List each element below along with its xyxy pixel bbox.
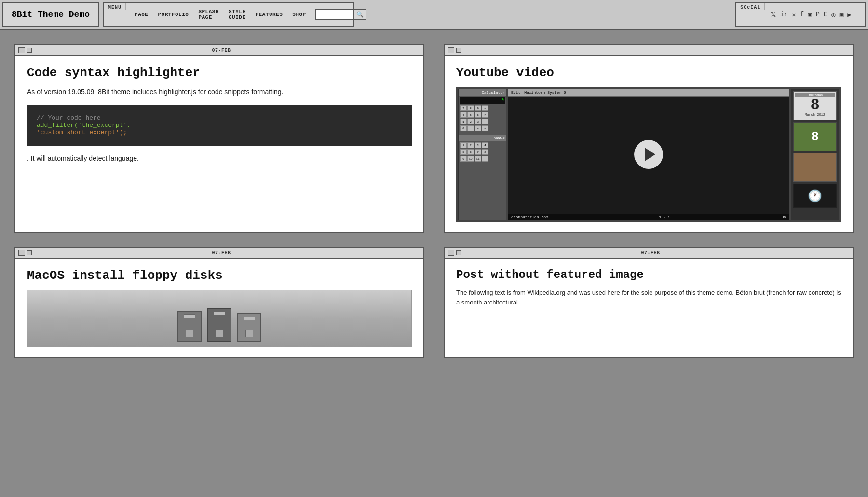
card-title-code: Code syntax highlighter — [27, 66, 412, 80]
card-date-floppy: 07-FEB — [212, 250, 231, 256]
search-input[interactable] — [315, 9, 353, 20]
twitter-icon[interactable]: 𝕏 — [771, 11, 776, 19]
etsy-icon[interactable]: E — [824, 11, 827, 18]
code-line1: add_filter('the_excerpt', — [37, 122, 131, 129]
nav-splash[interactable]: SPLASH PAGE — [193, 9, 224, 20]
card-text-post: The following text is from Wikipedia.org… — [456, 288, 841, 307]
window-controls-code — [18, 47, 32, 53]
mac-calculator-panel: Calculator 0 789÷ 456× 123- — [458, 89, 506, 220]
mac-panel-right: Thursday 8 March 2012 8 🕐 — [791, 89, 839, 220]
win-close-yt[interactable] — [448, 47, 454, 53]
win-minimize-post[interactable] — [456, 250, 461, 255]
window-titlebar-yt — [445, 45, 853, 56]
steam-icon[interactable]: ◎ — [831, 11, 835, 19]
xing-icon[interactable]: ✕ — [792, 11, 796, 19]
menu-label: MENU — [104, 3, 126, 10]
nav-links: PAGE PORTFOLIO SPLASH PAGE STYLE GUIDE F… — [126, 9, 315, 20]
win-close-floppy[interactable] — [18, 250, 25, 256]
mac-lion-win — [793, 153, 837, 182]
win-close-code[interactable] — [18, 47, 25, 53]
play-triangle-icon — [645, 148, 655, 161]
tumblr-icon[interactable]: ▣ — [840, 11, 843, 19]
card-code-syntax: 07-FEB Code syntax highlighter As of ver… — [14, 44, 424, 233]
nav-portfolio[interactable]: PORTFOLIO — [153, 12, 193, 17]
code-line2: 'custom_short_excerpt'); — [37, 129, 127, 136]
window-titlebar-floppy: 07-FEB — [15, 248, 423, 259]
mac-calendar-win: Thursday 8 March 2012 — [793, 91, 837, 120]
search-button[interactable]: 🔍 — [353, 9, 366, 20]
floppy-image — [27, 290, 412, 347]
win-minimize-floppy[interactable] — [27, 250, 32, 255]
page-content: 07-FEB Code syntax highlighter As of ver… — [5, 30, 863, 373]
window-controls-post — [448, 250, 461, 256]
code-comment: // Your code here — [37, 114, 101, 122]
youtube-icon[interactable]: ▶ — [847, 11, 851, 19]
video-hv-label: HV — [781, 215, 786, 219]
window-controls-yt — [448, 47, 461, 53]
instagram-icon[interactable]: ▣ — [808, 11, 812, 19]
card-body-code: Code syntax highlighter As of version 19… — [15, 56, 423, 181]
linkedin-icon[interactable]: in — [780, 11, 788, 18]
card-date-code: 07-FEB — [212, 48, 231, 53]
win-minimize-code[interactable] — [27, 48, 32, 53]
social-icons: 𝕏 in ✕ f ▣ P E ◎ ▣ ▶ ~ — [765, 3, 865, 26]
video-screenshot: Calculator 0 789÷ 456× 123- — [456, 87, 841, 222]
nav-shop[interactable]: SHOP — [287, 12, 311, 17]
site-logo[interactable]: 8Bit Theme Demo — [2, 2, 99, 27]
window-titlebar-post: 07-FEB — [445, 248, 853, 259]
code-block: // Your code here add_filter('the_excerp… — [27, 105, 412, 146]
video-progress: 1 / 5 — [659, 215, 671, 219]
card-title-post: Post without featured image — [456, 268, 841, 281]
window-titlebar-code: 07-FEB — [15, 45, 423, 56]
card-title-yt: Youtube video — [456, 66, 841, 80]
video-container[interactable]: Calculator 0 789÷ 456× 123- — [456, 87, 841, 222]
social-bar: SOcIAL 𝕏 in ✕ f ▣ P E ◎ ▣ ▶ ~ — [735, 2, 866, 27]
nav-features[interactable]: FEATURES — [251, 12, 288, 17]
search-box: 🔍 — [315, 9, 370, 20]
win-minimize-yt[interactable] — [456, 48, 461, 53]
mac-calculator-win2: 8 — [793, 122, 837, 151]
card-floppy: 07-FEB MacOS install floppy disks — [14, 247, 424, 358]
window-controls-floppy — [18, 250, 32, 256]
win-close-post[interactable] — [448, 250, 454, 256]
card-body-yt: Youtube video Calculator 0 789÷ 456× — [445, 56, 853, 232]
video-play-button[interactable] — [634, 140, 663, 169]
mac-clock-win: 🕐 — [793, 184, 837, 208]
card-text-code: As of version 19.05.09, 8Bit theme inclu… — [27, 87, 412, 97]
card-post-no-image: 07-FEB Post without featured image The f… — [444, 247, 854, 358]
card-title-floppy: MacOS install floppy disks — [27, 268, 412, 283]
card-youtube: Youtube video Calculator 0 789÷ 456× — [444, 44, 854, 233]
card-date-post: 07-FEB — [641, 250, 660, 256]
mac-desktop-center: EditMacintosh System 6 ecomputerlan.com … — [508, 89, 789, 220]
pinterest-icon[interactable]: P — [815, 11, 819, 18]
card-body-post: Post without featured image The followin… — [445, 259, 853, 317]
header: 8Bit Theme Demo MENU PAGE PORTFOLIO SPLA… — [0, 0, 868, 30]
nav-page[interactable]: PAGE — [130, 12, 153, 17]
social-label: SOcIAL — [736, 3, 765, 10]
rss-icon[interactable]: ~ — [855, 11, 859, 18]
nav-bar: MENU PAGE PORTFOLIO SPLASH PAGE STYLE GU… — [103, 2, 354, 27]
facebook-icon[interactable]: f — [800, 11, 804, 18]
nav-style-guide[interactable]: STYLE GUIDE — [224, 9, 251, 20]
video-source: ecomputerlan.com — [511, 215, 548, 219]
card-body-floppy: MacOS install floppy disks — [15, 259, 423, 357]
card-footer-code: . It will automatically detect language. — [27, 153, 412, 164]
